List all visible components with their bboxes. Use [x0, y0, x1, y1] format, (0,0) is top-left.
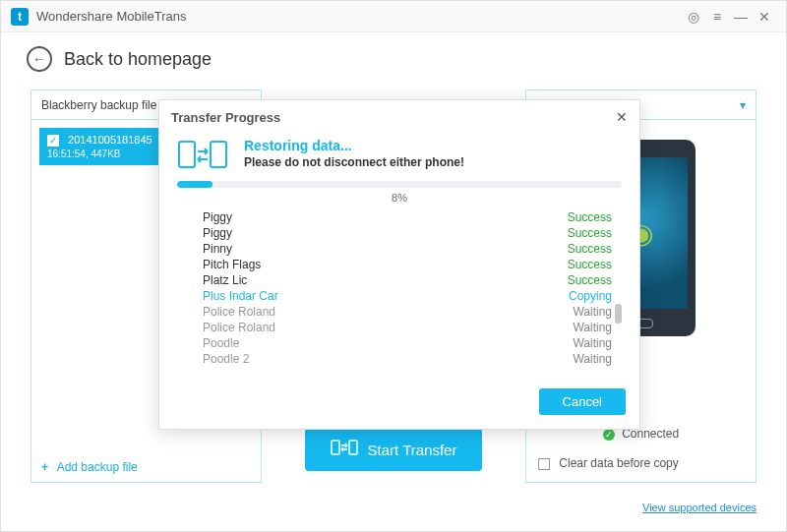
devices-transfer-icon	[177, 138, 228, 171]
transfer-item-row: PiggySuccess	[177, 225, 612, 241]
add-backup-file-button[interactable]: + Add backup file	[41, 460, 138, 474]
transfer-item-status: Success	[568, 258, 612, 271]
start-transfer-button[interactable]: Start Transfer	[305, 428, 482, 471]
close-window-icon[interactable]: ✕	[753, 9, 776, 25]
back-label: Back to homepage	[64, 49, 212, 70]
scrollbar-thumb[interactable]	[615, 304, 622, 324]
transfer-item-name: Pinny	[203, 242, 232, 256]
progress-percent: 8%	[177, 192, 622, 204]
feedback-icon[interactable]: ◎	[682, 9, 705, 25]
transfer-item-status: Waiting	[573, 305, 612, 319]
transfer-item-name: Piggy	[203, 210, 232, 224]
transfer-item-name: Police Roland	[203, 321, 275, 334]
back-row: ← Back to homepage	[1, 32, 786, 82]
add-backup-label: Add backup file	[57, 460, 138, 474]
dialog-footer: Cancel	[159, 381, 639, 429]
app-title: Wondershare MobileTrans	[36, 9, 682, 24]
transfer-item-row: Pitch FlagsSuccess	[177, 257, 612, 272]
transfer-item-list: PiggySuccessPiggySuccessPinnySuccessPitc…	[177, 209, 622, 367]
transfer-item-name: Platz Lic	[203, 273, 247, 287]
transfer-item-row: Police RolandWaiting	[177, 320, 612, 335]
transfer-item-row: Platz LicSuccess	[177, 272, 612, 288]
progress-fill	[177, 181, 212, 188]
transfer-item-status: Waiting	[573, 321, 612, 334]
transfer-item-status: Copying	[569, 289, 612, 303]
restore-subtitle: Please do not disconnect either phone!	[244, 155, 464, 169]
transfer-item-row: PinnySuccess	[177, 241, 612, 257]
transfer-item-status: Waiting	[573, 336, 612, 350]
transfer-item-status: Success	[568, 210, 612, 224]
svg-rect-2	[179, 142, 195, 167]
progress-area: 8%	[177, 181, 622, 204]
transfer-item-row: PoodleWaiting	[177, 335, 612, 351]
clear-data-row[interactable]: Clear data before copy	[538, 456, 679, 470]
transfer-item-name: Poodle 2	[203, 352, 249, 366]
cancel-button[interactable]: Cancel	[539, 388, 626, 415]
dialog-header: Transfer Progress ✕	[159, 100, 639, 134]
clear-data-label: Clear data before copy	[559, 456, 678, 470]
transfer-item-row: Police RolandWaiting	[177, 304, 612, 320]
plus-icon: +	[41, 460, 48, 474]
progress-bar	[177, 181, 622, 188]
connected-check-icon: ✓	[603, 429, 615, 441]
check-icon: ✓	[47, 135, 59, 147]
dialog-close-icon[interactable]: ✕	[616, 109, 628, 125]
svg-rect-0	[332, 441, 339, 454]
transfer-item-row: Plus Indar CarCopying	[177, 288, 612, 304]
transfer-item-status: Waiting	[573, 352, 612, 366]
transfer-item-row: PiggySuccess	[177, 209, 612, 225]
transfer-item-row: Poodle 2Waiting	[177, 351, 612, 367]
title-bar: t Wondershare MobileTrans ◎ ≡ — ✕	[1, 1, 786, 32]
start-transfer-label: Start Transfer	[368, 442, 457, 458]
transfer-item-status: Success	[568, 273, 612, 287]
dialog-title: Transfer Progress	[171, 110, 616, 125]
backup-file-name: 20141005181845	[68, 134, 152, 146]
transfer-item-name: Plus Indar Car	[203, 289, 278, 303]
svg-rect-3	[211, 142, 226, 167]
transfer-item-status: Success	[568, 226, 612, 240]
chevron-down-icon: ▾	[740, 98, 746, 112]
source-panel-title: Blackberry backup file	[41, 98, 156, 112]
view-supported-devices-link[interactable]: View supported devices	[642, 502, 757, 513]
back-button[interactable]: ←	[27, 46, 52, 72]
transfer-item-name: Pitch Flags	[203, 258, 261, 271]
transfer-item-name: Piggy	[203, 226, 232, 240]
clear-data-checkbox[interactable]	[538, 458, 550, 470]
restore-heading-row: Restoring data... Please do not disconne…	[177, 138, 622, 171]
minimize-icon[interactable]: —	[729, 9, 753, 25]
transfer-progress-dialog: Transfer Progress ✕ Restoring data... Pl…	[158, 99, 640, 430]
menu-icon[interactable]: ≡	[705, 9, 729, 25]
restore-title: Restoring data...	[244, 138, 464, 153]
app-logo-icon: t	[11, 8, 29, 26]
svg-rect-1	[349, 441, 357, 454]
transfer-item-name: Poodle	[203, 336, 239, 350]
transfer-icon	[331, 438, 358, 462]
transfer-item-status: Success	[568, 242, 612, 256]
transfer-item-name: Police Roland	[203, 305, 275, 319]
